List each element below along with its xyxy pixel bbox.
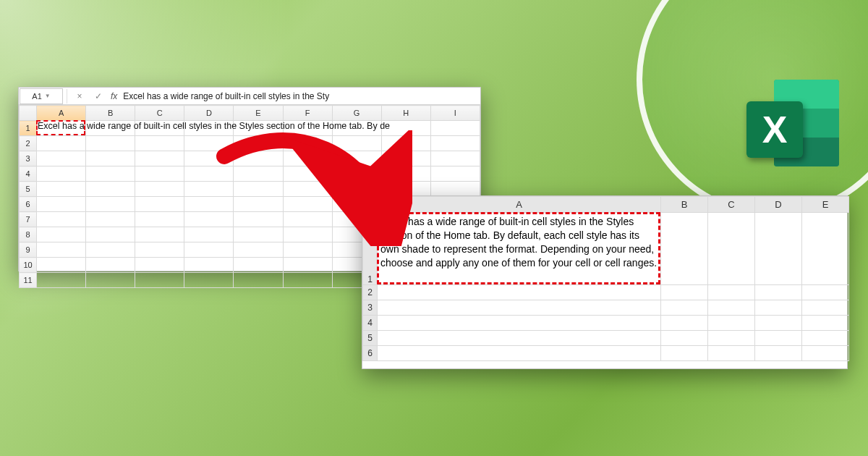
column-header-h[interactable]: H (381, 106, 430, 121)
cell[interactable] (135, 242, 184, 258)
row-header-6[interactable]: 6 (363, 346, 378, 361)
row-header-10[interactable]: 10 (20, 258, 37, 273)
row-header-1[interactable]: 1 (20, 121, 37, 136)
cell[interactable] (234, 258, 283, 273)
cell[interactable] (37, 182, 86, 197)
row-header-2[interactable]: 2 (363, 285, 378, 300)
column-header-e[interactable]: E (802, 197, 849, 213)
row-header-4[interactable]: 4 (363, 316, 378, 331)
enter-icon[interactable]: ✓ (92, 90, 105, 103)
cell[interactable] (802, 300, 849, 316)
cell[interactable] (37, 151, 86, 166)
cell-c1[interactable] (135, 121, 184, 136)
column-header-a[interactable]: A (378, 197, 661, 213)
cell[interactable] (135, 258, 184, 273)
cell[interactable] (37, 197, 86, 212)
row-header-2[interactable]: 2 (20, 136, 37, 151)
cell[interactable] (135, 136, 184, 151)
column-header-c[interactable]: C (708, 197, 755, 213)
cell[interactable] (755, 285, 802, 300)
cell[interactable] (755, 213, 802, 285)
cell[interactable] (378, 331, 661, 346)
cell[interactable] (135, 151, 184, 166)
cell[interactable] (86, 166, 135, 182)
cell[interactable] (802, 316, 849, 331)
cell[interactable] (802, 285, 849, 300)
row-header-4[interactable]: 4 (20, 166, 37, 182)
cell[interactable] (86, 182, 135, 197)
cell[interactable] (37, 258, 86, 273)
cell[interactable] (755, 300, 802, 316)
cell-i1[interactable] (430, 121, 480, 136)
cell[interactable] (708, 331, 755, 346)
cell[interactable] (708, 285, 755, 300)
column-header-f[interactable]: F (283, 106, 332, 121)
column-header-d[interactable]: D (184, 106, 234, 121)
chevron-down-icon[interactable]: ▼ (45, 93, 51, 99)
cell[interactable] (802, 213, 849, 285)
cell[interactable] (37, 136, 86, 151)
cell[interactable] (378, 316, 661, 331)
cell[interactable] (37, 273, 86, 288)
cell[interactable] (37, 166, 86, 182)
cell[interactable] (135, 227, 184, 242)
cell[interactable] (283, 258, 332, 273)
cell[interactable] (86, 136, 135, 151)
row-header-8[interactable]: 8 (20, 227, 37, 242)
cell-a1[interactable] (37, 121, 86, 136)
name-box[interactable]: A1 ▼ (20, 88, 63, 104)
cell[interactable] (378, 300, 661, 316)
column-header-b[interactable]: B (661, 197, 708, 213)
row-header-3[interactable]: 3 (363, 300, 378, 316)
cell[interactable] (755, 346, 802, 361)
cell[interactable] (755, 316, 802, 331)
row-header-5[interactable]: 5 (363, 331, 378, 346)
cell[interactable] (184, 258, 234, 273)
column-header-e[interactable]: E (234, 106, 283, 121)
column-header-d[interactable]: D (755, 197, 802, 213)
cell[interactable] (135, 212, 184, 227)
row-header-3[interactable]: 3 (20, 151, 37, 166)
cell[interactable] (430, 136, 480, 151)
cell-b1[interactable] (86, 121, 135, 136)
cell[interactable] (86, 197, 135, 212)
cell[interactable] (755, 331, 802, 346)
row-header-9[interactable]: 9 (20, 242, 37, 258)
cell[interactable] (135, 197, 184, 212)
select-all-corner[interactable] (20, 106, 37, 121)
column-header-c[interactable]: C (135, 106, 184, 121)
cell[interactable] (661, 213, 708, 285)
cell[interactable] (135, 273, 184, 288)
row-header-7[interactable]: 7 (20, 212, 37, 227)
cell[interactable] (234, 273, 283, 288)
column-header-i[interactable]: I (430, 106, 480, 121)
cell[interactable] (86, 242, 135, 258)
cell[interactable] (378, 346, 661, 361)
cell[interactable] (86, 227, 135, 242)
cell[interactable] (184, 273, 234, 288)
row-header-11[interactable]: 11 (20, 273, 37, 288)
column-header-b[interactable]: B (86, 106, 135, 121)
cell[interactable] (135, 166, 184, 182)
cell[interactable] (430, 182, 480, 197)
cell[interactable] (708, 316, 755, 331)
fx-icon[interactable]: fx (111, 91, 117, 101)
cell[interactable] (661, 285, 708, 300)
cell[interactable] (86, 151, 135, 166)
cell[interactable] (802, 331, 849, 346)
cell[interactable] (135, 182, 184, 197)
cell[interactable] (430, 151, 480, 166)
cell[interactable] (661, 316, 708, 331)
cell[interactable] (708, 346, 755, 361)
cancel-icon[interactable]: × (73, 90, 86, 103)
cell[interactable] (86, 212, 135, 227)
cell[interactable] (86, 273, 135, 288)
cell[interactable] (802, 346, 849, 361)
column-header-g[interactable]: G (332, 106, 381, 121)
spreadsheet-grid-after[interactable]: A B C D E 1 Excel has a wide range of bu… (362, 196, 849, 361)
cell[interactable] (86, 258, 135, 273)
cell[interactable] (708, 300, 755, 316)
cell[interactable] (37, 242, 86, 258)
row-header-6[interactable]: 6 (20, 197, 37, 212)
cell[interactable] (378, 285, 661, 300)
